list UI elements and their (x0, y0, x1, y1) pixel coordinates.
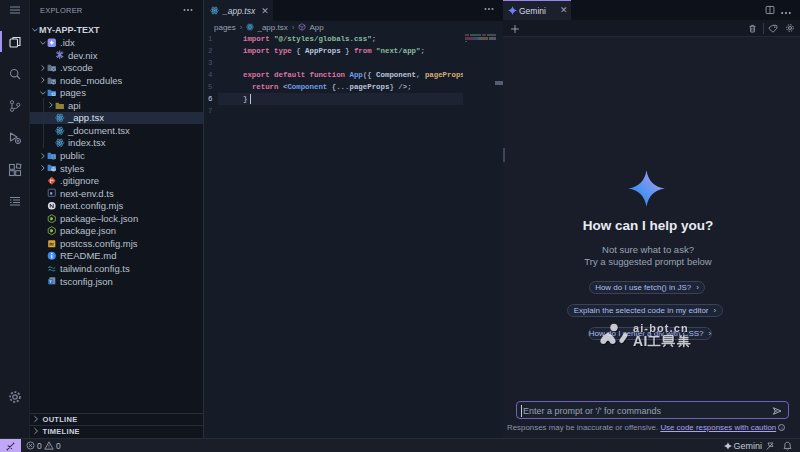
svg-text:AI: AI (633, 333, 648, 349)
